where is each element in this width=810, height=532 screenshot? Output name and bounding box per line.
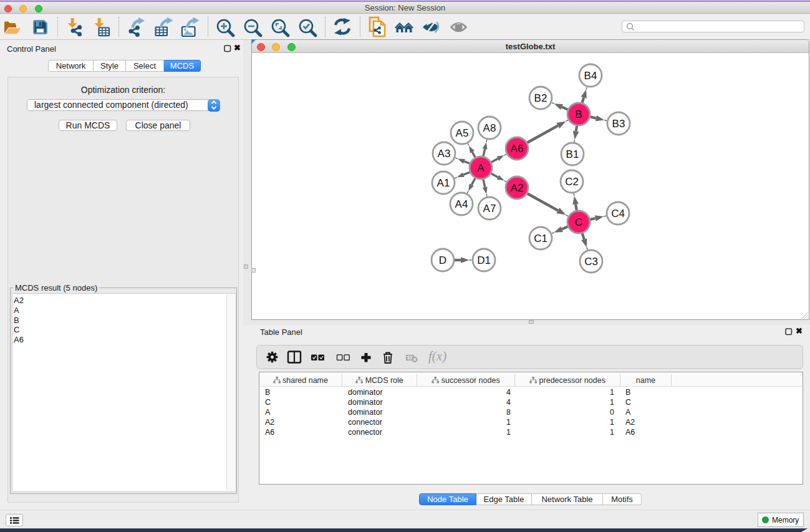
svg-text:B3: B3: [612, 118, 625, 130]
svg-text:A1: A1: [437, 177, 450, 189]
svg-text:C1: C1: [534, 233, 547, 244]
svg-text:C4: C4: [611, 208, 625, 220]
svg-text:A5: A5: [456, 127, 469, 139]
svg-text:B2: B2: [534, 92, 547, 104]
svg-text:A4: A4: [455, 198, 468, 210]
svg-text:A7: A7: [483, 203, 496, 215]
svg-text:B4: B4: [584, 70, 597, 82]
svg-text:B: B: [575, 109, 582, 120]
svg-text:A2: A2: [511, 182, 524, 194]
svg-text:D: D: [439, 254, 446, 266]
svg-text:D1: D1: [477, 254, 491, 266]
svg-text:A8: A8: [483, 122, 496, 134]
svg-text:C: C: [575, 216, 582, 228]
svg-text:A3: A3: [438, 148, 451, 160]
svg-text:B1: B1: [566, 148, 579, 160]
svg-text:C3: C3: [584, 256, 598, 268]
svg-text:A: A: [477, 162, 485, 174]
svg-text:C2: C2: [565, 176, 579, 188]
svg-text:A6: A6: [511, 143, 524, 155]
